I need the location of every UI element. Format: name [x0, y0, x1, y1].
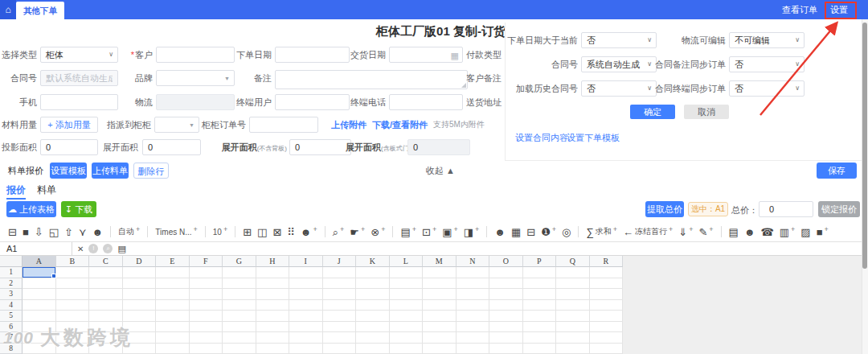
sheet-cell-Q5[interactable]: [556, 311, 590, 322]
clipboard-icon[interactable]: ▤: [117, 245, 125, 253]
sheet-cell-B8[interactable]: [56, 344, 90, 354]
sheet-cell-M1[interactable]: [423, 267, 457, 278]
sheet-cell-D5[interactable]: [123, 311, 157, 322]
sheet-cell-N1[interactable]: [457, 267, 490, 278]
sheet-cell-E1[interactable]: [156, 267, 190, 278]
sheet-cell-P7[interactable]: [523, 332, 557, 344]
panel-row5-select[interactable]: 否 ∨: [581, 80, 657, 97]
sheet-cell-K5[interactable]: [356, 311, 390, 322]
sheet-cell-J8[interactable]: [323, 344, 357, 354]
sheet-cell-J3[interactable]: [323, 289, 357, 300]
sheet-cell-F2[interactable]: [190, 278, 223, 290]
sheet-cell-R1[interactable]: [590, 267, 624, 278]
sheet-cell-O2[interactable]: [489, 278, 523, 290]
column-header-L[interactable]: L: [390, 256, 424, 267]
tab-material-list[interactable]: 料单: [37, 183, 56, 198]
lock-quote-button[interactable]: 锁定报价: [818, 201, 860, 217]
document-icon[interactable]: ▤+: [400, 227, 416, 237]
sheet-cell-Q4[interactable]: [556, 300, 590, 311]
sheet-cell-H2[interactable]: [256, 278, 290, 290]
sheet-cell-I2[interactable]: [289, 278, 323, 290]
sheet-cell-I1[interactable]: [289, 267, 323, 278]
sheet-cell-R4[interactable]: [590, 300, 624, 311]
freeze-row-icon[interactable]: ←冻结首行+: [623, 226, 673, 237]
panel-row1-select[interactable]: 否 ∨: [581, 32, 657, 48]
confirm-button[interactable]: 确定: [630, 105, 675, 119]
delivery-date-input[interactable]: ▦: [389, 47, 463, 63]
sheet-cell-K8[interactable]: [356, 344, 390, 354]
search-icon[interactable]: ⌕+: [333, 227, 345, 237]
sheet-cell-K3[interactable]: [356, 289, 390, 300]
sheet-cell-N6[interactable]: [457, 322, 490, 333]
font-size-select[interactable]: 10+: [213, 228, 227, 237]
sheet-cell-E5[interactable]: [156, 311, 190, 322]
sheet-cell-C4[interactable]: [89, 300, 123, 311]
sheet-cell-G4[interactable]: [223, 300, 256, 311]
image-icon[interactable]: ◨+: [464, 227, 480, 237]
sheet-cell-K4[interactable]: [356, 300, 390, 311]
sheet-cell-J7[interactable]: [323, 332, 357, 344]
column-header-J[interactable]: J: [323, 256, 357, 267]
sheet-cell-M6[interactable]: [423, 322, 457, 333]
note-textarea[interactable]: [275, 70, 468, 89]
row-header-4[interactable]: 4: [0, 300, 23, 311]
edit-icon[interactable]: ✎+: [698, 227, 713, 237]
truck2-icon[interactable]: ■+: [817, 227, 829, 237]
sheet-cell-I3[interactable]: [289, 289, 323, 300]
sheet-cell-H7[interactable]: [256, 332, 290, 344]
sheet-cell-B3[interactable]: [56, 289, 90, 300]
info-circle-icon[interactable]: !: [88, 244, 98, 253]
save-icon[interactable]: ⊟: [8, 227, 17, 237]
sheet-cell-F1[interactable]: [190, 267, 223, 278]
sheet-cell-J6[interactable]: [323, 322, 357, 333]
sheet-cell-N4[interactable]: [457, 300, 490, 311]
sheet-cell-G1[interactable]: [223, 267, 256, 278]
panel-row2-select[interactable]: 不可编辑 ∨: [729, 32, 805, 48]
download-view-attachment-link[interactable]: 下载/查看附件: [372, 117, 428, 133]
border-icon[interactable]: ⊞: [243, 227, 252, 237]
cancel-button[interactable]: 取消: [684, 105, 729, 119]
sheet-cell-R5[interactable]: [590, 311, 624, 322]
sheet-cell-F3[interactable]: [190, 289, 223, 300]
sheet-cell-N8[interactable]: [457, 344, 490, 354]
sheet-cell-J5[interactable]: [323, 311, 357, 322]
info-icon[interactable]: ❶+: [541, 227, 556, 237]
save-button[interactable]: 保存: [817, 163, 857, 179]
sheet-cell-G2[interactable]: [223, 278, 256, 290]
sheet-cell-M3[interactable]: [423, 289, 457, 300]
sheet-cell-M7[interactable]: [423, 332, 457, 344]
add-usage-button[interactable]: + 添加用量: [40, 117, 98, 133]
sheet-cell-P2[interactable]: [523, 278, 557, 290]
sheet-cell-B5[interactable]: [56, 311, 90, 322]
sheet-cell-E3[interactable]: [156, 289, 190, 300]
column-header-N[interactable]: N: [457, 256, 490, 267]
column-header-R[interactable]: R: [590, 256, 624, 267]
sheet-cell-Q6[interactable]: [556, 322, 590, 333]
row-header-2[interactable]: 2: [0, 278, 23, 290]
sheet-cell-K2[interactable]: [356, 278, 390, 290]
sheet-cell-A1[interactable]: [23, 267, 56, 278]
sheet-cell-C6[interactable]: [89, 322, 123, 333]
column-header-E[interactable]: E: [156, 256, 190, 267]
sheet-cell-P3[interactable]: [523, 289, 557, 300]
sheet-cell-R2[interactable]: [590, 278, 624, 290]
row-header-5[interactable]: 5: [0, 311, 23, 322]
close-icon[interactable]: ✕: [77, 245, 84, 253]
contact-icon[interactable]: ☻: [494, 227, 506, 237]
sheet-cell-O7[interactable]: [489, 332, 523, 344]
list-icon[interactable]: ▤: [729, 227, 739, 237]
sheet-cell-J2[interactable]: [323, 278, 357, 290]
total-price-input[interactable]: [759, 201, 813, 217]
sheet-cell-O1[interactable]: [489, 267, 523, 278]
column-header-F[interactable]: F: [190, 256, 223, 267]
sheet-cell-P1[interactable]: [523, 267, 557, 278]
merge-cells-icon[interactable]: ◫: [257, 227, 267, 237]
sheet-cell-O8[interactable]: [489, 344, 523, 354]
set-template-button[interactable]: 设置模板: [50, 163, 87, 179]
sheet-cell-H3[interactable]: [256, 289, 290, 300]
sheet-cell-L4[interactable]: [390, 300, 424, 311]
sheet-cell-A8[interactable]: [23, 344, 56, 354]
sheet-cell-Q1[interactable]: [556, 267, 590, 278]
select-all-corner[interactable]: [0, 256, 23, 267]
column-header-O[interactable]: O: [489, 256, 523, 267]
